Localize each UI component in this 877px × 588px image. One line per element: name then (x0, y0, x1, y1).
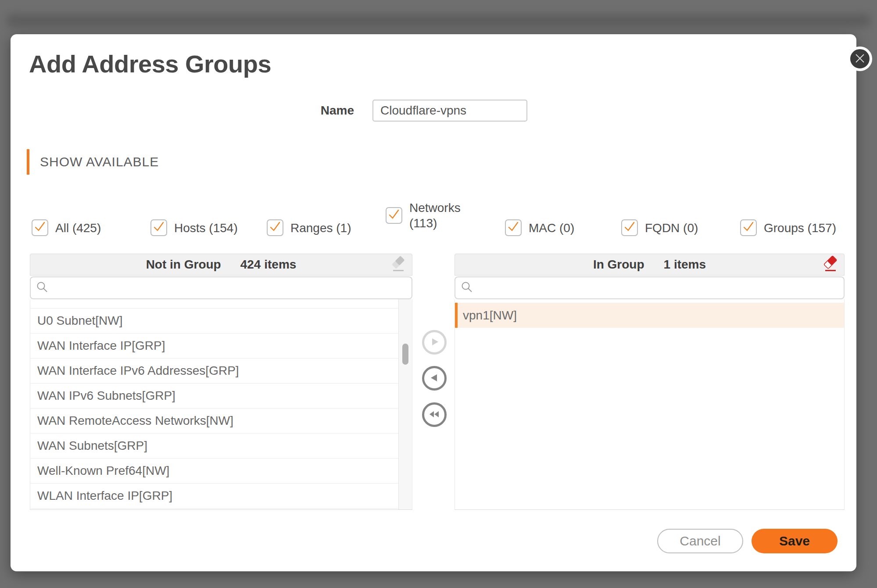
checkbox-checked (386, 207, 402, 224)
filter-mac[interactable]: MAC (0) (505, 219, 574, 236)
in-group-header: In Group 1 items (455, 254, 845, 276)
filter-ranges[interactable]: Ranges (1) (267, 219, 351, 236)
eraser-icon (390, 255, 406, 276)
not-in-group-list: U0 Subnet[NW] WAN Interface IP[GRP] WAN … (30, 299, 412, 510)
panel-title: In Group (593, 258, 644, 272)
checkbox-checked (505, 219, 522, 236)
list-item[interactable]: WLAN Interface IP[GRP] (30, 484, 399, 509)
filter-groups[interactable]: Groups (157) (740, 219, 836, 236)
list-item[interactable]: U0 Subnet[NW] (30, 308, 399, 333)
check-icon (622, 219, 637, 236)
panel-count: 1 items (664, 258, 706, 272)
panel-count: 424 items (240, 258, 297, 272)
check-icon (387, 207, 401, 224)
arrow-left-icon (428, 371, 441, 386)
filter-fqdn[interactable]: FQDN (0) (621, 219, 698, 236)
in-group-searchbox (455, 276, 845, 299)
panel-title: Not in Group (146, 258, 221, 272)
filter-label: MAC (0) (529, 220, 574, 236)
page-title: Add Address Groups (29, 50, 271, 78)
filter-label: All (425) (55, 220, 101, 236)
move-left-button[interactable] (422, 366, 447, 391)
search-icon (36, 281, 48, 295)
add-address-groups-dialog: Add Address Groups Name SHOW AVAILABLE A… (11, 34, 856, 571)
double-arrow-left-icon (427, 408, 441, 422)
list-item[interactable]: WAN IPv6 Subnets[GRP] (30, 384, 399, 409)
checkbox-checked (32, 219, 48, 236)
arrow-right-icon (428, 335, 441, 350)
scrollbar-thumb[interactable] (402, 344, 408, 365)
list-item[interactable]: WAN Subnets[GRP] (30, 434, 399, 459)
save-button[interactable]: Save (752, 529, 838, 553)
close-icon (854, 52, 866, 66)
list-item-partial (30, 299, 399, 308)
not-in-group-header: Not in Group 424 items (30, 254, 412, 276)
list-item[interactable]: WAN RemoteAccess Networks[NW] (30, 409, 399, 434)
filter-label: Networks (113) (409, 200, 461, 231)
not-in-group-panel: Not in Group 424 items (30, 254, 412, 510)
section-label: SHOW AVAILABLE (40, 154, 159, 169)
check-icon (506, 219, 521, 236)
in-group-search-input[interactable] (477, 281, 838, 295)
filter-label: Hosts (154) (174, 220, 238, 236)
eraser-icon (822, 255, 838, 276)
show-available-section-header: SHOW AVAILABLE (27, 149, 159, 175)
scrollbar-track[interactable] (398, 299, 412, 509)
filter-label: FQDN (0) (645, 220, 698, 236)
checkbox-checked (740, 219, 757, 236)
filter-networks[interactable]: Networks (113) (386, 200, 461, 231)
list-item[interactable]: WAN Interface IP[GRP] (30, 333, 399, 359)
check-icon (151, 219, 166, 236)
cancel-button[interactable]: Cancel (657, 529, 743, 553)
not-in-group-searchbox (30, 276, 412, 299)
checkbox-checked (267, 219, 283, 236)
backdrop-blur-band (6, 14, 871, 27)
not-in-group-search-input[interactable] (53, 281, 406, 295)
name-input[interactable] (372, 100, 527, 122)
list-item[interactable]: WAN Interface IPv6 Addresses[GRP] (30, 359, 399, 384)
close-button[interactable] (848, 47, 872, 71)
name-label: Name (266, 104, 354, 118)
check-icon (741, 219, 756, 236)
section-accent-bar (27, 149, 29, 175)
in-group-panel: In Group 1 items (455, 254, 845, 510)
move-all-left-button[interactable] (422, 402, 447, 427)
checkbox-checked (150, 219, 167, 236)
check-icon (268, 219, 283, 236)
check-icon (32, 219, 47, 236)
filter-label: Groups (157) (764, 220, 836, 236)
clear-filter-button[interactable] (389, 256, 407, 275)
move-right-button[interactable] (422, 330, 447, 355)
checkbox-checked (621, 219, 638, 236)
list-item-selected[interactable]: vpn1[NW] (455, 303, 844, 328)
filter-hosts[interactable]: Hosts (154) (150, 219, 238, 236)
in-group-list: vpn1[NW] (455, 299, 845, 510)
search-icon (461, 281, 473, 295)
remove-all-button[interactable] (821, 256, 839, 275)
list-item[interactable]: Well-Known Pref64[NW] (30, 459, 399, 484)
filter-all[interactable]: All (425) (32, 219, 101, 236)
filter-label: Ranges (1) (290, 220, 351, 236)
